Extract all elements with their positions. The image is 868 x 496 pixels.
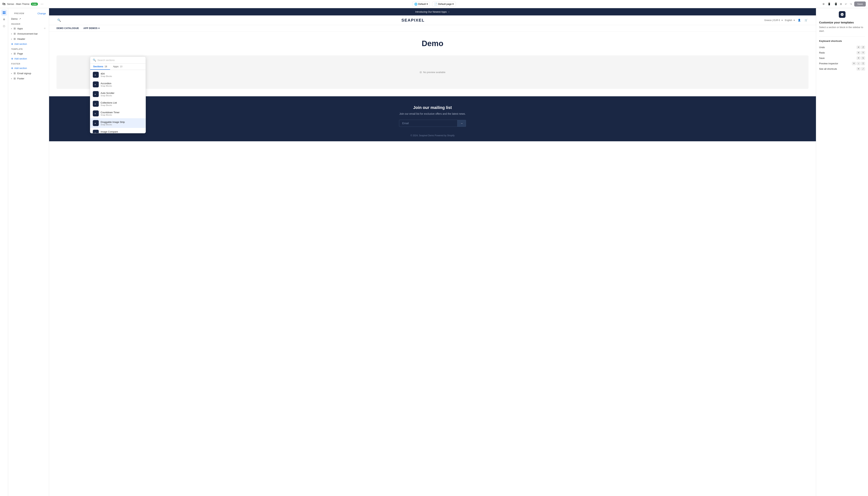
chevron-right-icon-5: ▸ xyxy=(11,72,12,74)
chevron-right-icon-3: ▸ xyxy=(11,38,12,40)
section-item-collections-list[interactable]: A Collections List Snap Blocks xyxy=(90,99,145,109)
shortcuts-title: Keyboard shortcuts xyxy=(819,36,865,42)
right-sidebar: Customize your templates Select a sectio… xyxy=(816,8,868,496)
shortcut-redo: Redo ⌘ Y xyxy=(819,50,865,56)
section-item-accordion[interactable]: A Accordion Snap Blocks xyxy=(90,80,145,89)
desktop-view-button[interactable]: 🖥 xyxy=(822,2,825,6)
demo-title: Demo xyxy=(57,39,808,48)
shortcut-see-all[interactable]: See all shortcuts ⌘ / xyxy=(819,66,865,72)
section-sub-draggable-image-strip: Snap Blocks xyxy=(100,123,125,126)
footer-item[interactable]: ▸ ⊞ Footer xyxy=(8,76,49,81)
shortcut-undo-label: Undo xyxy=(819,46,825,49)
right-sidebar-icon-area xyxy=(819,11,865,18)
section-item-404[interactable]: A 404 Snap Blocks xyxy=(90,70,145,80)
store-icons: Greece | EUR € ▾ English ▾ 👤 🛒 xyxy=(764,18,808,22)
settings-icon-button[interactable]: ⚙ xyxy=(1,16,7,22)
demo-title-area: Demo xyxy=(49,32,816,56)
header-item[interactable]: ▸ ⊞ Header xyxy=(8,36,49,42)
section-info-draggable-image-strip: Draggable Image Strip Snap Blocks xyxy=(100,121,125,126)
plus-circle-icon-2: ⊕ xyxy=(11,57,13,60)
no-preview-area: ⊟ No preview available xyxy=(57,56,808,89)
svg-text:A: A xyxy=(95,103,96,105)
section-item-draggable-image-strip[interactable]: A Draggable Image Strip Snap Blocks xyxy=(90,118,145,128)
section-sub-auto-scroller: Snap Blocks xyxy=(100,94,114,97)
template-section: Template ▸ ⊞ Page ⊕ Add section xyxy=(8,47,49,61)
kbd-y: Y xyxy=(861,51,865,54)
chevron-down-icon-2: ▾ xyxy=(452,3,454,5)
tab-apps[interactable]: Apps 10 xyxy=(110,64,125,70)
kbd-cmd-3: ⌘ xyxy=(857,57,861,60)
default-page-dropdown[interactable]: 📄 Default page ▾ xyxy=(432,2,456,6)
redo-button[interactable]: ↪ xyxy=(849,2,853,6)
email-signup-item[interactable]: ▸ ⊞ Email signup xyxy=(8,71,49,76)
sections-icon-button[interactable] xyxy=(1,10,7,16)
add-section-button-template[interactable]: ⊕ Add section xyxy=(8,56,49,61)
header-sub-label: Header xyxy=(17,37,25,40)
svg-text:A: A xyxy=(95,84,96,86)
region-selector[interactable]: Greece | EUR € ▾ xyxy=(764,19,782,21)
email-icon: ⊞ xyxy=(14,72,16,75)
svg-text:A: A xyxy=(95,123,96,124)
svg-text:A: A xyxy=(95,74,96,76)
section-icon-collections-list: A xyxy=(93,101,99,107)
default-dropdown[interactable]: 🌐 Default ▾ xyxy=(412,2,430,6)
tablet-view-button[interactable]: 📱 xyxy=(827,2,832,6)
search-bar: 🔍 xyxy=(90,57,145,64)
email-signup-label: Email signup xyxy=(17,72,31,75)
email-input[interactable] xyxy=(399,120,458,127)
grid-view-button[interactable]: ⊞ xyxy=(839,2,843,6)
more-options-button[interactable]: ··· xyxy=(40,2,44,6)
svg-rect-1 xyxy=(4,11,5,13)
email-form: → xyxy=(399,120,466,127)
section-name-404: 404 xyxy=(100,72,112,75)
shortcut-undo: Undo ⌘ Z xyxy=(819,45,865,50)
section-name-image-compare: Image Compare xyxy=(100,130,118,133)
change-link[interactable]: Change xyxy=(37,12,46,15)
customize-title: Customize your templates xyxy=(819,21,865,24)
apps-icon-button[interactable]: ⬡ xyxy=(1,23,7,29)
section-icon-image-compare: A xyxy=(93,130,99,133)
sidebar-icon-rail: ⚙ ⬡ xyxy=(0,8,8,496)
add-section-label: Add section xyxy=(14,43,27,45)
undo-button[interactable]: ↩ xyxy=(844,2,848,6)
shortcut-pi-label: Preview inspector xyxy=(819,62,838,65)
section-icon-404: A xyxy=(93,72,99,78)
tab-sections[interactable]: Sections 18 xyxy=(90,64,110,70)
add-section-button-footer[interactable]: ⊕ Add section xyxy=(8,66,49,71)
footer-sub-label: Footer xyxy=(17,77,25,80)
section-sub-404: Snap Blocks xyxy=(100,75,112,77)
live-badge: Live xyxy=(31,3,38,5)
section-item-countdown-timer[interactable]: A Countdown Timer Snap Blocks xyxy=(90,109,145,118)
page-item[interactable]: ▸ ⊞ Page xyxy=(8,51,49,56)
section-item-image-compare[interactable]: A Image Compare Snap Blocks xyxy=(90,128,145,133)
add-section-label-2: Add section xyxy=(14,57,27,60)
no-preview-icon: ⊟ xyxy=(420,71,422,74)
demo-item[interactable]: Demo ↗ xyxy=(8,16,49,21)
kbd-cmd-5: ⌘ xyxy=(857,67,861,71)
mobile-view-button[interactable]: 📲 xyxy=(833,2,838,6)
cart-button[interactable]: 🛒 xyxy=(804,18,808,22)
nav-catalogue[interactable]: DEMO CATALOGUE xyxy=(57,27,79,30)
email-submit-button[interactable]: → xyxy=(458,120,466,127)
nav-app-demos[interactable]: APP DEMOS ▾ xyxy=(83,27,100,30)
announcement-bar-item[interactable]: ▸ ⊞ Announcement bar xyxy=(8,31,49,36)
search-input[interactable] xyxy=(97,59,143,62)
preview-section: Preview Change Demo ↗ xyxy=(8,11,49,21)
account-button[interactable]: 👤 xyxy=(797,18,802,22)
svg-rect-2 xyxy=(3,13,4,14)
shortcut-undo-keys: ⌘ Z xyxy=(857,46,865,49)
search-button[interactable]: 🔍 xyxy=(57,18,62,23)
section-item-auto-scroller[interactable]: A Auto Scroller Snap Blocks xyxy=(90,89,145,99)
language-selector[interactable]: English ▾ xyxy=(785,19,795,21)
chevron-right-icon-6: ▸ xyxy=(11,78,12,80)
kbd-cmd: ⌘ xyxy=(857,46,861,49)
store-logo: SEAPIXEL xyxy=(401,18,425,23)
svg-text:A: A xyxy=(95,94,96,95)
add-section-button-header[interactable]: ⊕ Add section xyxy=(8,42,49,46)
apps-item[interactable]: ▸ ⊞ Apps 👁 xyxy=(8,26,49,31)
region-text: Greece | EUR € xyxy=(764,19,780,21)
kbd-z: Z xyxy=(861,46,865,49)
save-button[interactable]: Save xyxy=(854,1,866,6)
svg-rect-0 xyxy=(3,11,4,13)
nav-arrow-icon: ▾ xyxy=(98,27,100,30)
